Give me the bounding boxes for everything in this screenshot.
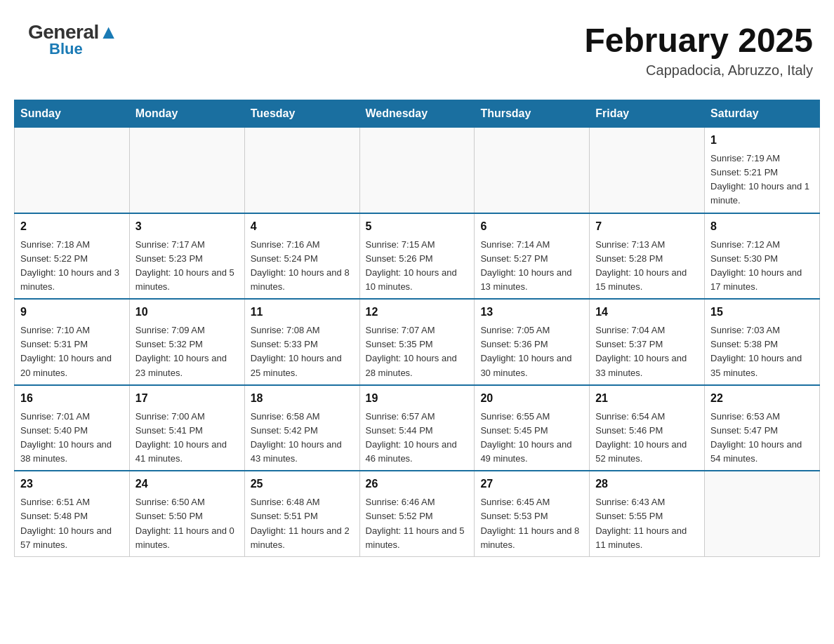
day-number: 22	[710, 390, 814, 407]
calendar-cell: 4Sunrise: 7:16 AMSunset: 5:24 PMDaylight…	[244, 213, 359, 300]
day-number: 8	[710, 218, 814, 235]
calendar-cell: 15Sunrise: 7:03 AMSunset: 5:38 PMDayligh…	[705, 299, 820, 385]
page-header: General▲ Blue February 2025 Cappadocia, …	[14, 14, 820, 86]
weekday-header-thursday: Thursday	[475, 100, 590, 128]
calendar-cell: 14Sunrise: 7:04 AMSunset: 5:37 PMDayligh…	[590, 299, 705, 385]
day-info: Sunrise: 6:51 AMSunset: 5:48 PMDaylight:…	[20, 495, 124, 552]
calendar-cell: 21Sunrise: 6:54 AMSunset: 5:46 PMDayligh…	[590, 385, 705, 471]
day-info: Sunrise: 7:00 AMSunset: 5:41 PMDaylight:…	[135, 410, 239, 467]
day-info: Sunrise: 7:19 AMSunset: 5:21 PMDaylight:…	[710, 152, 814, 208]
day-info: Sunrise: 6:48 AMSunset: 5:51 PMDaylight:…	[251, 495, 354, 552]
day-number: 3	[135, 218, 239, 235]
calendar-cell: 17Sunrise: 7:00 AMSunset: 5:41 PMDayligh…	[129, 385, 244, 471]
day-info: Sunrise: 6:55 AMSunset: 5:45 PMDaylight:…	[480, 410, 583, 467]
day-number: 4	[251, 218, 354, 235]
day-number: 24	[135, 476, 239, 492]
day-number: 17	[135, 390, 239, 407]
calendar-cell	[244, 128, 359, 213]
calendar-cell: 8Sunrise: 7:12 AMSunset: 5:30 PMDaylight…	[705, 213, 820, 300]
calendar-cell: 10Sunrise: 7:09 AMSunset: 5:32 PMDayligh…	[129, 299, 244, 385]
day-number: 23	[20, 476, 124, 492]
weekday-header-friday: Friday	[590, 100, 705, 128]
calendar-cell: 23Sunrise: 6:51 AMSunset: 5:48 PMDayligh…	[15, 471, 130, 556]
calendar-cell: 26Sunrise: 6:46 AMSunset: 5:52 PMDayligh…	[359, 471, 475, 556]
calendar-cell: 6Sunrise: 7:14 AMSunset: 5:27 PMDaylight…	[475, 213, 590, 300]
day-info: Sunrise: 7:12 AMSunset: 5:30 PMDaylight:…	[710, 238, 814, 295]
calendar-week-row: 9Sunrise: 7:10 AMSunset: 5:31 PMDaylight…	[15, 299, 820, 385]
weekday-header-tuesday: Tuesday	[244, 100, 359, 128]
calendar-cell: 9Sunrise: 7:10 AMSunset: 5:31 PMDaylight…	[15, 299, 130, 385]
calendar-cell: 22Sunrise: 6:53 AMSunset: 5:47 PMDayligh…	[705, 385, 820, 471]
calendar-cell: 28Sunrise: 6:43 AMSunset: 5:55 PMDayligh…	[590, 471, 705, 556]
day-info: Sunrise: 7:16 AMSunset: 5:24 PMDaylight:…	[251, 238, 354, 295]
day-info: Sunrise: 7:18 AMSunset: 5:22 PMDaylight:…	[20, 238, 124, 295]
day-info: Sunrise: 7:15 AMSunset: 5:26 PMDaylight:…	[366, 238, 469, 295]
day-number: 12	[366, 304, 469, 321]
calendar-week-row: 16Sunrise: 7:01 AMSunset: 5:40 PMDayligh…	[15, 385, 820, 471]
day-number: 19	[366, 390, 469, 407]
day-info: Sunrise: 7:14 AMSunset: 5:27 PMDaylight:…	[480, 238, 583, 295]
calendar-title: February 2025	[584, 21, 813, 60]
weekday-header-row: SundayMondayTuesdayWednesdayThursdayFrid…	[15, 100, 820, 128]
day-info: Sunrise: 7:07 AMSunset: 5:35 PMDaylight:…	[366, 323, 469, 380]
calendar-week-row: 1Sunrise: 7:19 AMSunset: 5:21 PMDaylight…	[15, 128, 820, 213]
day-number: 1	[710, 132, 814, 149]
day-info: Sunrise: 7:10 AMSunset: 5:31 PMDaylight:…	[20, 323, 124, 380]
day-number: 7	[595, 218, 699, 235]
day-number: 13	[480, 304, 583, 321]
day-info: Sunrise: 7:13 AMSunset: 5:28 PMDaylight:…	[595, 238, 699, 295]
day-info: Sunrise: 7:03 AMSunset: 5:38 PMDaylight:…	[710, 323, 814, 380]
calendar-cell	[475, 128, 590, 213]
calendar-cell: 7Sunrise: 7:13 AMSunset: 5:28 PMDaylight…	[590, 213, 705, 300]
calendar-cell: 19Sunrise: 6:57 AMSunset: 5:44 PMDayligh…	[359, 385, 475, 471]
day-number: 14	[595, 304, 699, 321]
calendar-cell: 12Sunrise: 7:07 AMSunset: 5:35 PMDayligh…	[359, 299, 475, 385]
calendar-week-row: 2Sunrise: 7:18 AMSunset: 5:22 PMDaylight…	[15, 213, 820, 300]
day-info: Sunrise: 7:04 AMSunset: 5:37 PMDaylight:…	[595, 323, 699, 380]
calendar-cell: 2Sunrise: 7:18 AMSunset: 5:22 PMDaylight…	[15, 213, 130, 300]
logo-blue: Blue	[49, 40, 83, 58]
day-number: 2	[20, 218, 124, 235]
day-info: Sunrise: 6:45 AMSunset: 5:53 PMDaylight:…	[480, 495, 583, 552]
day-number: 11	[251, 304, 354, 321]
calendar-cell: 1Sunrise: 7:19 AMSunset: 5:21 PMDaylight…	[705, 128, 820, 213]
calendar-subtitle: Cappadocia, Abruzzo, Italy	[584, 62, 813, 79]
day-number: 21	[595, 390, 699, 407]
day-number: 18	[251, 390, 354, 407]
calendar-cell	[129, 128, 244, 213]
day-info: Sunrise: 6:43 AMSunset: 5:55 PMDaylight:…	[595, 495, 699, 552]
day-number: 25	[251, 476, 354, 492]
day-number: 9	[20, 304, 124, 321]
day-info: Sunrise: 7:08 AMSunset: 5:33 PMDaylight:…	[251, 323, 354, 380]
title-block: February 2025 Cappadocia, Abruzzo, Italy	[584, 21, 813, 79]
calendar-body: 1Sunrise: 7:19 AMSunset: 5:21 PMDaylight…	[15, 128, 820, 557]
calendar-week-row: 23Sunrise: 6:51 AMSunset: 5:48 PMDayligh…	[15, 471, 820, 556]
logo-triangle-icon: ▲	[99, 21, 118, 43]
calendar-cell	[705, 471, 820, 556]
calendar-cell: 20Sunrise: 6:55 AMSunset: 5:45 PMDayligh…	[475, 385, 590, 471]
calendar-cell: 3Sunrise: 7:17 AMSunset: 5:23 PMDaylight…	[129, 213, 244, 300]
day-number: 20	[480, 390, 583, 407]
day-info: Sunrise: 7:17 AMSunset: 5:23 PMDaylight:…	[135, 238, 239, 295]
calendar-cell	[359, 128, 475, 213]
weekday-header-sunday: Sunday	[15, 100, 130, 128]
day-info: Sunrise: 6:50 AMSunset: 5:50 PMDaylight:…	[135, 495, 239, 552]
day-info: Sunrise: 7:05 AMSunset: 5:36 PMDaylight:…	[480, 323, 583, 380]
day-number: 15	[710, 304, 814, 321]
calendar-cell: 5Sunrise: 7:15 AMSunset: 5:26 PMDaylight…	[359, 213, 475, 300]
day-number: 10	[135, 304, 239, 321]
calendar-cell: 25Sunrise: 6:48 AMSunset: 5:51 PMDayligh…	[244, 471, 359, 556]
day-info: Sunrise: 6:54 AMSunset: 5:46 PMDaylight:…	[595, 410, 699, 467]
day-number: 26	[366, 476, 469, 492]
day-number: 28	[595, 476, 699, 492]
calendar-cell: 13Sunrise: 7:05 AMSunset: 5:36 PMDayligh…	[475, 299, 590, 385]
calendar-cell: 24Sunrise: 6:50 AMSunset: 5:50 PMDayligh…	[129, 471, 244, 556]
weekday-header-saturday: Saturday	[705, 100, 820, 128]
calendar-cell: 11Sunrise: 7:08 AMSunset: 5:33 PMDayligh…	[244, 299, 359, 385]
day-info: Sunrise: 6:53 AMSunset: 5:47 PMDaylight:…	[710, 410, 814, 467]
calendar-cell	[590, 128, 705, 213]
calendar-table: SundayMondayTuesdayWednesdayThursdayFrid…	[14, 100, 820, 557]
day-number: 16	[20, 390, 124, 407]
calendar-cell: 27Sunrise: 6:45 AMSunset: 5:53 PMDayligh…	[475, 471, 590, 556]
weekday-header-monday: Monday	[129, 100, 244, 128]
